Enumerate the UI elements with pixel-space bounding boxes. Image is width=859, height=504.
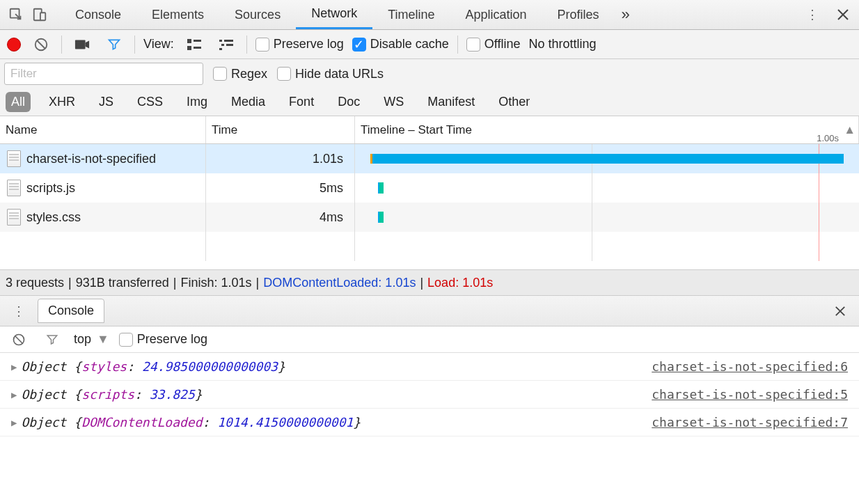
filter-input[interactable] — [4, 63, 203, 85]
view-small-icon[interactable] — [214, 33, 238, 56]
request-name: scripts.js — [26, 181, 75, 196]
view-label: View: — [143, 37, 174, 52]
device-toolbar-icon[interactable] — [28, 3, 52, 26]
table-row[interactable]: charset-is-not-specified 1.01s — [0, 144, 859, 173]
doc-icon — [7, 209, 21, 226]
svg-rect-12 — [226, 44, 233, 46]
close-icon[interactable] — [831, 3, 855, 26]
pill-js[interactable]: JS — [93, 92, 119, 112]
offline-checkbox[interactable]: Offline — [466, 37, 521, 52]
table-row — [0, 232, 859, 261]
console-filter-icon[interactable] — [40, 328, 64, 352]
pill-ws[interactable]: WS — [378, 92, 409, 112]
timeline-bar — [370, 154, 844, 164]
request-name: charset-is-not-specified — [26, 152, 156, 166]
source-link[interactable]: charset-is-not-specified:7 — [652, 415, 848, 430]
preserve-log-checkbox[interactable]: Preserve log — [255, 37, 344, 52]
svg-rect-7 — [187, 46, 191, 50]
disable-cache-checkbox[interactable]: ✓ Disable cache — [352, 37, 449, 52]
request-list: charset-is-not-specified 1.01s scripts.j… — [0, 144, 859, 269]
svg-rect-9 — [219, 40, 222, 42]
more-tabs-icon[interactable]: » — [615, 0, 637, 29]
source-link[interactable]: charset-is-not-specified:5 — [652, 387, 848, 402]
console-toolbar: top ▼ Preserve log — [0, 326, 859, 353]
camera-icon[interactable] — [70, 33, 94, 56]
view-large-icon[interactable] — [182, 33, 206, 56]
header-name[interactable]: Name — [0, 116, 206, 143]
summary-transferred: 931B transferred — [76, 276, 169, 290]
filter-toggle-icon[interactable] — [102, 33, 126, 56]
preserve-log-label: Preserve log — [274, 37, 344, 52]
pill-xhr[interactable]: XHR — [43, 92, 81, 112]
console-preserve-label: Preserve log — [137, 332, 207, 347]
request-time: 1.01s — [206, 144, 355, 173]
tab-timeline[interactable]: Timeline — [372, 0, 450, 29]
pill-css[interactable]: CSS — [132, 92, 168, 112]
tab-sources[interactable]: Sources — [219, 0, 296, 29]
doc-icon — [7, 150, 21, 167]
svg-rect-5 — [187, 39, 191, 43]
svg-rect-4 — [75, 40, 86, 49]
hide-data-urls-checkbox[interactable]: Hide data URLs — [277, 67, 384, 81]
inspect-icon[interactable] — [4, 3, 28, 26]
filter-row: Regex Hide data URLs — [0, 59, 859, 88]
kebab-icon[interactable]: ⋮ — [801, 3, 824, 26]
svg-rect-2 — [40, 13, 45, 20]
pill-other[interactable]: Other — [493, 92, 535, 112]
console-output: ▶ Object {styles: 24.985000000000003} ch… — [0, 353, 859, 436]
pill-font[interactable]: Font — [283, 92, 320, 112]
console-preserve-checkbox[interactable]: Preserve log — [119, 332, 207, 347]
regex-label: Regex — [231, 67, 267, 81]
expand-icon[interactable]: ▶ — [11, 417, 17, 428]
tab-console[interactable]: Console — [60, 0, 136, 29]
tab-profiles[interactable]: Profiles — [542, 0, 615, 29]
sort-arrow-icon: ▲ — [844, 123, 856, 137]
pill-media[interactable]: Media — [226, 92, 271, 112]
svg-rect-13 — [219, 48, 222, 50]
drawer-close-icon[interactable] — [828, 299, 852, 323]
source-link[interactable]: charset-is-not-specified:6 — [652, 359, 848, 374]
expand-icon[interactable]: ▶ — [11, 389, 17, 400]
record-button[interactable] — [7, 38, 21, 52]
drawer-kebab-icon[interactable]: ⋮ — [7, 299, 31, 323]
header-time[interactable]: Time — [206, 116, 355, 143]
clear-icon[interactable] — [29, 33, 53, 56]
timeline-tick: 1.00s — [817, 133, 839, 143]
svg-rect-10 — [224, 40, 233, 42]
summary-requests: 3 requests — [6, 276, 64, 290]
pill-img[interactable]: Img — [181, 92, 213, 112]
doc-icon — [7, 180, 21, 196]
chevron-down-icon: ▼ — [97, 332, 109, 347]
console-line[interactable]: ▶ Object {scripts: 33.825} charset-is-no… — [0, 381, 859, 409]
regex-checkbox[interactable]: Regex — [213, 67, 267, 81]
svg-rect-8 — [194, 47, 201, 49]
summary-bar: 3 requests | 931B transferred | Finish: … — [0, 269, 859, 296]
drawer-header: ⋮ Console — [0, 296, 859, 326]
main-tab-bar: Console Elements Sources Network Timelin… — [0, 0, 859, 30]
timeline-bar — [378, 182, 384, 194]
pill-doc[interactable]: Doc — [332, 92, 365, 112]
pill-all[interactable]: All — [6, 92, 31, 112]
console-clear-icon[interactable] — [7, 328, 31, 352]
tab-application[interactable]: Application — [450, 0, 542, 29]
hide-data-urls-label: Hide data URLs — [295, 67, 384, 81]
pill-manifest[interactable]: Manifest — [422, 92, 480, 112]
tab-elements[interactable]: Elements — [136, 0, 219, 29]
table-row[interactable]: styles.css 4ms — [0, 203, 859, 232]
header-timeline-label: Timeline – Start Time — [361, 123, 472, 137]
header-timeline[interactable]: Timeline – Start Time 1.00s ▲ — [355, 116, 859, 143]
summary-finish: Finish: 1.01s — [181, 276, 252, 290]
svg-rect-11 — [221, 44, 224, 46]
drawer-tab-console[interactable]: Console — [38, 299, 104, 323]
console-line[interactable]: ▶ Object {styles: 24.985000000000003} ch… — [0, 353, 859, 381]
expand-icon[interactable]: ▶ — [11, 361, 17, 372]
throttle-select[interactable]: No throttling — [529, 37, 597, 52]
context-label: top — [74, 332, 91, 347]
tab-network[interactable]: Network — [296, 0, 372, 29]
table-row[interactable]: scripts.js 5ms — [0, 173, 859, 203]
offline-label: Offline — [484, 37, 521, 52]
context-select[interactable]: top ▼ — [74, 332, 109, 347]
disable-cache-label: Disable cache — [370, 37, 449, 52]
timeline-bar — [378, 212, 384, 223]
console-line[interactable]: ▶ Object {DOMContentLoaded: 1014.4150000… — [0, 409, 859, 436]
